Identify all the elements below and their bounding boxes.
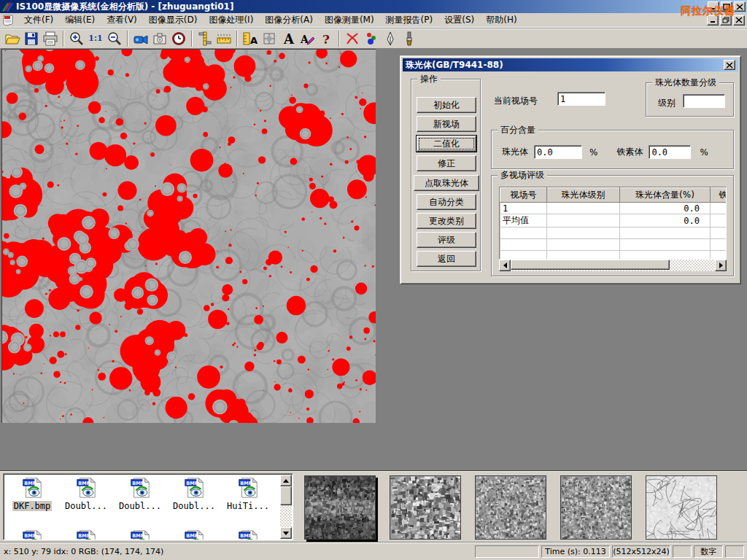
maximize-button[interactable] <box>721 1 732 12</box>
measure-text-icon[interactable]: A <box>241 30 260 47</box>
new-field-button[interactable]: 新视场 <box>417 116 476 132</box>
file-item[interactable]: BMP DKF.bmp <box>5 475 59 528</box>
scrollbar-thumb[interactable] <box>511 260 670 270</box>
scrollbar-track[interactable] <box>511 260 715 271</box>
svg-text:BMP: BMP <box>78 481 90 486</box>
file-name-label: Doubl... <box>117 501 163 511</box>
pen-icon[interactable] <box>381 30 400 47</box>
file-item[interactable]: BMP Doubl... <box>113 475 167 528</box>
correct-button[interactable]: 修正 <box>417 155 476 171</box>
bmp-file-icon: BMP <box>129 477 151 499</box>
return-button[interactable]: 返回 <box>417 251 476 267</box>
menu-image-process[interactable]: 图像处理(I) <box>203 12 259 28</box>
actual-size-icon[interactable]: 1:1 <box>86 30 105 47</box>
menu-view[interactable]: 查看(V) <box>101 12 143 28</box>
table-row[interactable] <box>500 251 727 260</box>
height-gauge-icon[interactable] <box>196 30 214 47</box>
preview-thumbnail-1[interactable] <box>304 475 376 540</box>
grid-cross-icon[interactable] <box>260 30 279 47</box>
scrollbar-thumb[interactable] <box>280 486 292 505</box>
file-item-partial[interactable]: BMP <box>5 528 59 540</box>
current-field-input[interactable] <box>557 92 605 106</box>
title-bar: IS100显微摄像系统(金相分析版) - [zhuguangti01] <box>0 0 747 13</box>
dialog-title: 珠光体(GB/T9441-88) <box>406 59 503 71</box>
rate-button[interactable]: 评级 <box>417 232 476 248</box>
dialog-close-button[interactable] <box>724 60 735 70</box>
menu-image-display[interactable]: 图像显示(D) <box>143 12 204 28</box>
binarize-button[interactable]: 二值化 <box>417 136 476 152</box>
rating-table[interactable]: 视场号 珠光体级别 珠光体含量(%) 铁素体 10.0 平均值0.0 <box>499 187 727 260</box>
grading-group: 珠光体数量分级 级别 <box>646 82 734 117</box>
svg-text:BMP: BMP <box>78 533 90 539</box>
brush-icon[interactable] <box>400 30 419 47</box>
text-a-icon[interactable]: A <box>279 30 298 47</box>
print-icon[interactable] <box>41 30 60 47</box>
pick-pearlite-button[interactable]: 点取珠光体 <box>414 175 479 191</box>
annotate-pencil-icon[interactable]: A <box>298 30 317 47</box>
ruler-icon[interactable] <box>214 30 233 47</box>
menu-file[interactable]: 文件(F) <box>18 12 59 28</box>
scroll-up-button[interactable] <box>280 475 292 486</box>
file-item-partial[interactable]: BMP <box>59 528 113 540</box>
menu-measure-report[interactable]: 测量报告(P) <box>380 12 439 28</box>
child-minimize-button[interactable] <box>707 15 719 26</box>
document-icon[interactable] <box>2 15 14 26</box>
app-icon <box>1 1 13 12</box>
table-row[interactable]: 10.0 <box>500 203 727 214</box>
toolbar-separator <box>236 31 238 47</box>
file-item-partial[interactable]: BMP <box>113 528 167 540</box>
menu-image-analysis[interactable]: 图像分析(A) <box>259 12 319 28</box>
svg-text:BMP: BMP <box>24 481 36 486</box>
menu-image-measure[interactable]: 图像测量(M) <box>319 12 380 28</box>
scroll-left-button[interactable] <box>499 260 511 271</box>
file-list-scrollbar[interactable] <box>280 475 292 539</box>
video-camera-icon[interactable] <box>131 30 150 47</box>
operation-group-label: 操作 <box>417 74 441 85</box>
zoom-in-icon[interactable] <box>67 30 86 47</box>
photo-camera-icon[interactable] <box>150 30 169 47</box>
bmp-file-icon: BMP <box>129 529 151 540</box>
bmp-file-icon: BMP <box>21 477 43 499</box>
preview-thumbnail-4[interactable] <box>560 475 632 540</box>
scroll-right-button[interactable] <box>715 260 727 271</box>
file-item-partial[interactable]: BMP <box>221 528 275 540</box>
pearlite-percent-input[interactable] <box>534 145 582 159</box>
file-item[interactable]: BMP Doubl... <box>167 475 221 528</box>
file-item[interactable]: BMP HuiTi... <box>221 475 275 528</box>
minimize-button[interactable] <box>708 1 719 12</box>
ferrite-percent-input[interactable] <box>649 145 691 159</box>
status-segment-empty <box>725 545 744 558</box>
change-class-button[interactable]: 更改类别 <box>417 213 476 229</box>
zoom-out-icon[interactable] <box>105 30 124 47</box>
delete-cross-icon[interactable] <box>343 30 362 47</box>
file-item-partial[interactable]: BMP <box>167 528 221 540</box>
dialog-title-bar[interactable]: 珠光体(GB/T9441-88) <box>403 58 738 71</box>
menu-help[interactable]: 帮助(H) <box>480 12 522 28</box>
table-horizontal-scrollbar[interactable] <box>499 260 727 271</box>
open-folder-icon[interactable] <box>3 30 22 47</box>
menu-edit[interactable]: 编辑(E) <box>59 12 101 28</box>
micrograph-image[interactable] <box>1 49 376 423</box>
preview-thumbnail-3[interactable] <box>475 475 546 540</box>
child-close-button[interactable] <box>733 15 745 26</box>
preview-thumbnail-5[interactable] <box>646 475 717 540</box>
table-row[interactable]: 平均值0.0 <box>500 214 727 228</box>
clock-icon[interactable] <box>169 30 188 47</box>
auto-classify-button[interactable]: 自动分类 <box>417 194 476 210</box>
percent-group: 百分含量 珠光体 % 铁素体 % <box>491 130 734 169</box>
save-icon[interactable] <box>22 30 41 47</box>
close-button[interactable] <box>734 1 746 12</box>
menu-settings[interactable]: 设置(S) <box>438 12 480 28</box>
scroll-down-button[interactable] <box>280 527 292 539</box>
table-row[interactable] <box>500 228 727 239</box>
classify-dots-icon[interactable] <box>362 30 381 47</box>
file-item[interactable]: BMP Doubl... <box>59 475 113 528</box>
table-row[interactable] <box>500 239 727 251</box>
preview-thumbnail-2[interactable] <box>390 475 461 540</box>
ferrite-label: 铁素体 <box>616 146 643 158</box>
help-icon[interactable]: ? <box>317 30 336 47</box>
init-button[interactable]: 初始化 <box>417 97 476 113</box>
grade-input[interactable] <box>683 94 725 108</box>
child-restore-button[interactable] <box>720 15 732 26</box>
col-pearlite-content: 珠光体含量(%) <box>620 188 711 203</box>
